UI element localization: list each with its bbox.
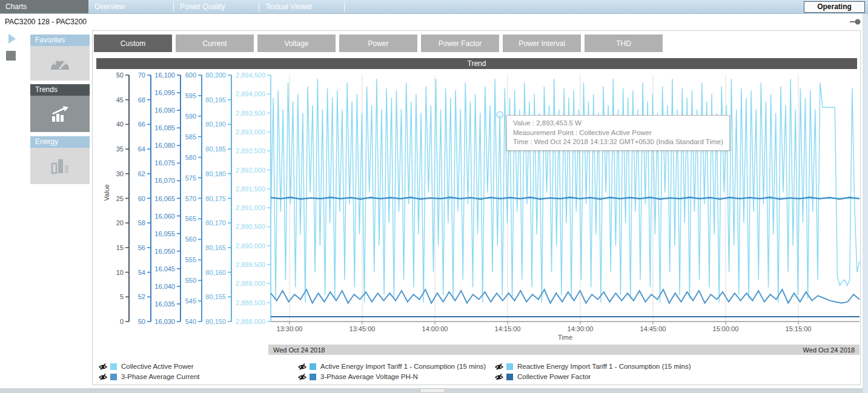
visibility-icon[interactable] bbox=[99, 373, 107, 381]
legend-item-collective-active-power[interactable]: Collective Active Power bbox=[99, 362, 200, 371]
device-label: PAC3200 128 - PAC3200 bbox=[5, 18, 87, 26]
chart-tab-power[interactable]: Power bbox=[339, 35, 417, 52]
date-right: Wed Oct 24 2018 bbox=[803, 346, 855, 354]
nav-tab-textual-viewer[interactable]: Textual Viewer bbox=[259, 2, 344, 11]
horizontal-scrollbar-thumb[interactable] bbox=[420, 388, 445, 393]
rail-square-icon[interactable] bbox=[6, 51, 16, 61]
nav-separator bbox=[344, 2, 345, 12]
date-left: Wed Oct 24 2018 bbox=[273, 346, 325, 354]
legend-swatch bbox=[310, 363, 316, 370]
trend-chart-icon bbox=[50, 105, 70, 122]
legend-column-1: Collective Active Power3-Phase Average C… bbox=[99, 362, 200, 383]
favorites-header: Favorites bbox=[30, 35, 90, 46]
energy-bars-icon bbox=[50, 157, 70, 174]
trend-plot-area[interactable] bbox=[271, 75, 860, 322]
nav-tabs: OverviewPower QualityTextual Viewer bbox=[88, 0, 345, 13]
visibility-icon[interactable] bbox=[298, 373, 306, 381]
energy-header: Energy bbox=[30, 136, 90, 148]
legend-item-reactive-energy-import-tariff-1-consumption-15-mins[interactable]: Reactive Energy Import Tariff 1 - Consum… bbox=[495, 362, 691, 371]
chart-tab-custom[interactable]: Custom bbox=[94, 35, 172, 52]
legend-column-3: Reactive Energy Import Tariff 1 - Consum… bbox=[495, 362, 691, 383]
nav-tab-power-quality[interactable]: Power Quality bbox=[174, 2, 259, 11]
legend-item-3-phase-average-current[interactable]: 3-Phase Average Current bbox=[99, 372, 200, 381]
legend-swatch bbox=[110, 374, 117, 380]
sidebar-item-favorites[interactable]: Favorites bbox=[30, 35, 90, 81]
expand-arrow-icon[interactable] bbox=[8, 34, 16, 44]
chart-tab-current[interactable]: Current bbox=[176, 35, 254, 52]
trend-title-bar: Trend bbox=[96, 58, 857, 69]
legend-swatch bbox=[506, 374, 513, 380]
y-axis-title: Value bbox=[103, 184, 110, 200]
energy-body[interactable] bbox=[30, 148, 90, 184]
legend-label: Active Energy Import Tariff 1 - Consumpt… bbox=[320, 363, 486, 370]
legend-item-collective-power-factor[interactable]: Collective Power Factor bbox=[495, 372, 691, 381]
legend-swatch bbox=[310, 374, 316, 380]
chart-category-buttons: CustomCurrentVoltagePowerPower FactorPow… bbox=[94, 35, 666, 52]
app-window: Charts OverviewPower QualityTextual View… bbox=[0, 0, 868, 393]
visibility-icon[interactable] bbox=[495, 363, 503, 371]
nav-tab-charts[interactable]: Charts bbox=[0, 0, 88, 13]
legend-item-active-energy-import-tariff-1-consumption-15-mins[interactable]: Active Energy Import Tariff 1 - Consumpt… bbox=[298, 362, 486, 371]
favorites-body[interactable] bbox=[30, 46, 90, 81]
operating-status-button[interactable]: Operating bbox=[804, 1, 865, 13]
sidebar-item-energy[interactable]: Energy bbox=[30, 136, 90, 184]
tooltip-time: Time : Wed Oct 24 2018 14:13:32 GMT+0530… bbox=[513, 137, 723, 147]
visibility-icon[interactable] bbox=[99, 363, 107, 371]
device-bar: PAC3200 128 - PAC3200 bbox=[0, 14, 863, 29]
visibility-icon[interactable] bbox=[495, 373, 503, 381]
gauge-icon bbox=[48, 55, 71, 72]
legend-swatch bbox=[506, 363, 513, 370]
chart-tab-voltage[interactable]: Voltage bbox=[257, 35, 336, 52]
date-range-band: Wed Oct 24 2018 Wed Oct 24 2018 bbox=[268, 345, 860, 355]
legend-item-3-phase-average-voltage-ph-n[interactable]: 3-Phase Average Voltage PH-N bbox=[298, 372, 486, 381]
visibility-icon[interactable] bbox=[298, 363, 306, 371]
nav-tab-overview[interactable]: Overview bbox=[88, 2, 173, 11]
legend-swatch bbox=[110, 363, 117, 370]
vertical-scrollbar[interactable] bbox=[863, 14, 868, 393]
data-point-tooltip: Value : 2,893,453.5 W Measurement Point … bbox=[506, 115, 730, 151]
chart-tab-power-factor[interactable]: Power Factor bbox=[421, 35, 499, 52]
pin-icon[interactable] bbox=[849, 18, 861, 25]
legend-label: 3-Phase Average Current bbox=[121, 373, 200, 380]
legend-column-2: Active Energy Import Tariff 1 - Consumpt… bbox=[298, 362, 486, 383]
trends-body[interactable] bbox=[30, 96, 90, 132]
legend-label: 3-Phase Average Voltage PH-N bbox=[320, 373, 418, 380]
tooltip-measurement-point: Measurement Point : Collective Active Po… bbox=[513, 128, 723, 138]
chart-tab-power-interval[interactable]: Power Interval bbox=[503, 35, 581, 52]
tooltip-value: Value : 2,893,453.5 W bbox=[513, 119, 723, 128]
trends-header: Trends bbox=[30, 84, 90, 96]
legend-label: Collective Power Factor bbox=[517, 373, 591, 380]
top-navigation-bar: Charts OverviewPower QualityTextual View… bbox=[0, 0, 868, 14]
chart-tab-thd[interactable]: THD bbox=[585, 35, 663, 52]
legend-label: Collective Active Power bbox=[121, 363, 194, 370]
legend-label: Reactive Energy Import Tariff 1 - Consum… bbox=[517, 363, 691, 370]
sidebar-item-trends[interactable]: Trends bbox=[30, 84, 90, 132]
horizontal-scrollbar[interactable] bbox=[0, 388, 863, 393]
